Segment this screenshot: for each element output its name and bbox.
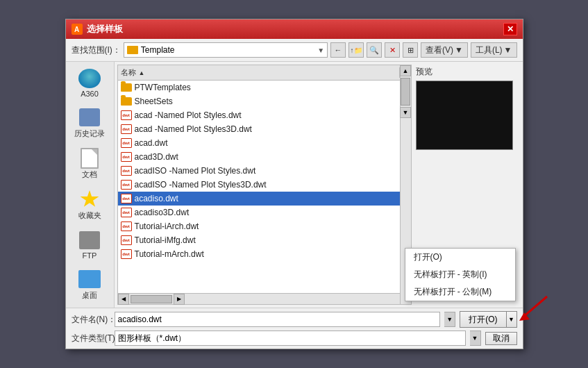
horizontal-scrollbar[interactable]: ◀ ▶ xyxy=(118,293,400,304)
open-button-group: 打开(O) ▼ xyxy=(460,311,516,328)
a360-icon xyxy=(78,69,101,88)
scroll-right-arrow[interactable]: ▶ xyxy=(174,294,185,305)
bottom-bar: 文件名(N)： acadiso.dwt ▼ 打开(O) ▼ 文件类型(T)： 图… xyxy=(66,308,523,349)
sidebar-item-favorites[interactable]: 收藏夹 xyxy=(69,185,110,225)
file-list-inner: 名称 ▲ PTWTemplatesSheetSetsdwtacad -Named… xyxy=(118,65,400,304)
filetype-dropdown-arrow[interactable]: ▼ xyxy=(470,331,481,346)
scroll-thumb-h[interactable] xyxy=(131,295,172,303)
favorites-icon xyxy=(78,190,101,209)
file-item[interactable]: dwtacad -Named Plot Styles3D.dwt xyxy=(118,122,400,136)
scroll-down-arrow[interactable]: ▼ xyxy=(400,107,411,118)
documents-icon xyxy=(78,149,101,168)
preview-label: 预览 xyxy=(416,66,519,78)
filetype-row: 文件类型(T)： 图形样板（*.dwt） ▼ 取消 xyxy=(72,331,517,346)
scroll-left-arrow[interactable]: ◀ xyxy=(118,294,129,305)
sidebar-item-desktop-label: 桌面 xyxy=(82,290,97,301)
open-dropdown-menu: 打开(O) 无样板打开 - 英制(I) 无样板打开 - 公制(M) xyxy=(405,248,516,301)
search-button[interactable]: 🔍 xyxy=(367,42,382,58)
filename-row: 文件名(N)： acadiso.dwt ▼ 打开(O) ▼ xyxy=(72,311,517,328)
svg-line-0 xyxy=(523,296,547,317)
filename-input[interactable]: acadiso.dwt xyxy=(115,312,441,327)
sidebar-item-documents[interactable]: 文档 xyxy=(69,144,110,184)
file-list: PTWTemplatesSheetSetsdwtacad -Named Plot… xyxy=(118,81,400,293)
view-menu-button[interactable]: 查看(V)▼ xyxy=(421,42,468,58)
file-item[interactable]: dwtacad.dwt xyxy=(118,136,400,150)
path-text: Template xyxy=(141,45,314,55)
filetype-label: 文件类型(T)： xyxy=(72,333,110,344)
sidebar-item-history-label: 历史记录 xyxy=(74,128,105,139)
sidebar-item-a360[interactable]: A360 xyxy=(69,65,110,102)
col-name-header[interactable]: 名称 ▲ xyxy=(118,67,400,78)
file-item[interactable]: dwtacadiso.dwt xyxy=(118,192,400,206)
list-header: 名称 ▲ xyxy=(118,65,400,81)
sidebar-item-favorites-label: 收藏夹 xyxy=(78,210,101,221)
ftp-icon xyxy=(78,231,101,250)
file-list-wrapper: 名称 ▲ PTWTemplatesSheetSetsdwtacad -Named… xyxy=(115,65,412,305)
sort-arrow: ▲ xyxy=(139,69,145,76)
sidebar-item-history[interactable]: 历史记录 xyxy=(69,103,110,143)
select-template-dialog: A 选择样板 ✕ 查找范围(I)： Template ▼ ← ↑📁 🔍 ✕ ⊞ … xyxy=(65,19,523,349)
file-item[interactable]: dwtacadiso3D.dwt xyxy=(118,206,400,219)
preview-box xyxy=(416,81,513,150)
dropdown-open-item[interactable]: 打开(O) xyxy=(405,249,515,266)
toolbar: 查找范围(I)： Template ▼ ← ↑📁 🔍 ✕ ⊞ 查看(V)▼ 工具… xyxy=(66,39,523,62)
dropdown-open-no-tpl-item[interactable]: 无样板打开 - 英制(I) xyxy=(405,266,515,283)
file-list-container: 名称 ▲ PTWTemplatesSheetSetsdwtacad -Named… xyxy=(117,65,412,305)
back-button[interactable]: ← xyxy=(330,42,346,58)
sidebar-item-ftp-label: FTP xyxy=(83,251,97,260)
file-item[interactable]: dwtTutorial-iArch.dwt xyxy=(118,219,400,233)
sidebar-item-documents-label: 文档 xyxy=(82,169,97,180)
close-button[interactable]: ✕ xyxy=(503,23,517,35)
file-item[interactable]: dwtacad3D.dwt xyxy=(118,150,400,164)
sidebar-item-desktop[interactable]: 桌面 xyxy=(69,265,110,305)
scroll-up-arrow[interactable]: ▲ xyxy=(400,65,411,76)
file-item[interactable]: dwtacad -Named Plot Styles.dwt xyxy=(118,108,400,122)
dropdown-open-no-tpl-metric-item[interactable]: 无样板打开 - 公制(M) xyxy=(405,283,515,301)
path-combo[interactable]: Template ▼ xyxy=(124,42,328,58)
open-dropdown-button[interactable]: ▼ xyxy=(506,311,517,328)
filename-label: 文件名(N)： xyxy=(72,314,110,326)
view-icon-button[interactable]: ⊞ xyxy=(403,42,418,58)
file-item[interactable]: dwtacadISO -Named Plot Styles.dwt xyxy=(118,164,400,178)
file-item[interactable]: dwtacadISO -Named Plot Styles3D.dwt xyxy=(118,178,400,192)
cancel-button[interactable]: 取消 xyxy=(485,332,517,345)
folder-icon xyxy=(127,46,138,54)
path-dropdown-arrow[interactable]: ▼ xyxy=(317,47,324,54)
scroll-thumb-v[interactable] xyxy=(401,78,410,106)
file-item[interactable]: PTWTemplates xyxy=(118,81,400,94)
file-item[interactable]: SheetSets xyxy=(118,94,400,108)
sidebar-item-ftp[interactable]: FTP xyxy=(69,226,110,264)
search-range-label: 查找范围(I)： xyxy=(72,44,121,56)
up-button[interactable]: ↑📁 xyxy=(348,42,364,58)
file-item[interactable]: dwtTutorial-mArch.dwt xyxy=(118,247,400,261)
file-item[interactable]: dwtTutorial-iMfg.dwt xyxy=(118,233,400,247)
delete-button[interactable]: ✕ xyxy=(385,42,400,58)
filetype-combo[interactable]: 图形样板（*.dwt） xyxy=(115,331,466,346)
app-icon: A xyxy=(72,24,83,35)
dialog-title: 选择样板 xyxy=(87,23,503,35)
title-bar: A 选择样板 ✕ xyxy=(66,19,523,39)
sidebar: A360 历史记录 文档 收藏夹 xyxy=(66,62,115,308)
history-icon xyxy=(78,108,101,127)
filename-dropdown-arrow[interactable]: ▼ xyxy=(444,312,455,327)
tools-menu-button[interactable]: 工具(L)▼ xyxy=(471,42,517,58)
open-main-button[interactable]: 打开(O) xyxy=(460,311,505,328)
sidebar-item-a360-label: A360 xyxy=(81,90,99,98)
desktop-icon xyxy=(78,269,101,289)
